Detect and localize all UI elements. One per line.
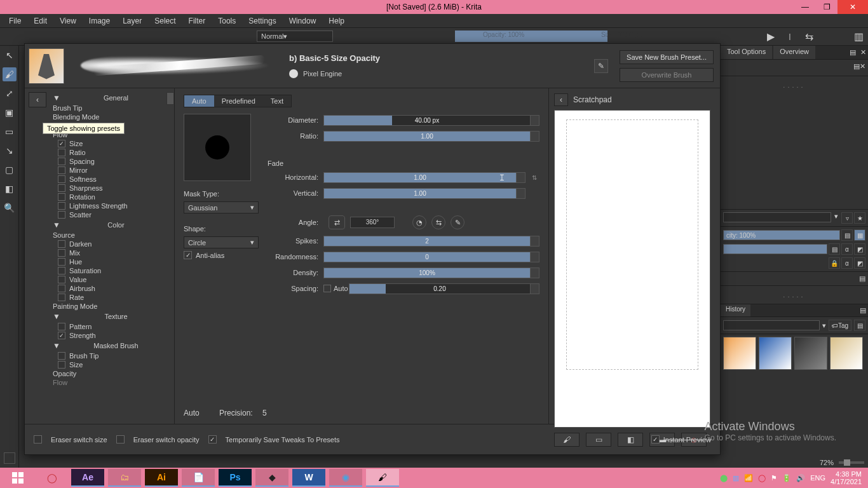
photoshop-icon[interactable]: Ps: [219, 469, 252, 487]
preset-combo[interactable]: [723, 212, 831, 222]
tray-opera-icon[interactable]: ◯: [758, 474, 766, 482]
word-icon[interactable]: W: [292, 469, 325, 487]
diameter-spinner[interactable]: [531, 115, 539, 126]
blend-mode-combo[interactable]: Normal▾: [257, 30, 333, 42]
tag-button[interactable]: 🏷 Tag: [829, 320, 851, 331]
play-icon[interactable]: ▶: [764, 29, 778, 43]
inkscape-icon[interactable]: ◆: [255, 469, 288, 487]
bookmark-icon[interactable]: ★: [854, 212, 865, 224]
tree-brush-tip[interactable]: Brush Tip: [50, 104, 174, 112]
opacity-slider[interactable]: [455, 30, 607, 42]
preset-thumb-1[interactable]: [723, 337, 756, 370]
docker-menu-icon[interactable]: ▤: [848, 46, 858, 59]
layer-row[interactable]: [723, 244, 827, 254]
lock-icon[interactable]: 🔒: [829, 257, 840, 269]
menu-window[interactable]: Window: [284, 15, 322, 27]
spikes-spinner[interactable]: [531, 236, 539, 247]
menu-settings[interactable]: Settings: [243, 15, 281, 27]
close-button[interactable]: ✕: [837, 0, 868, 14]
spacing-spinner[interactable]: [531, 283, 539, 294]
scratchpad-frame-icon[interactable]: ▭: [586, 433, 611, 447]
tab-tool-options[interactable]: Tool Options: [721, 46, 772, 59]
tree-mix[interactable]: Mix: [50, 248, 174, 257]
tree-ratio[interactable]: Ratio: [50, 148, 174, 157]
precision-auto-check[interactable]: Auto: [184, 409, 214, 417]
start-button[interactable]: [3, 469, 33, 487]
opacity-reset-icon[interactable]: ▤: [841, 229, 853, 241]
tree-scrollbar[interactable]: [166, 92, 174, 105]
tree-masked-flow[interactable]: Flow: [50, 378, 174, 387]
spikes-slider[interactable]: 2: [323, 236, 531, 247]
angle-input[interactable]: 360°: [350, 217, 395, 228]
tree-size[interactable]: ✓Size: [50, 139, 174, 148]
density-spinner[interactable]: [531, 268, 539, 278]
tab-history[interactable]: History: [721, 304, 750, 316]
tray-wifi-icon[interactable]: 📶: [744, 474, 753, 482]
scratchpad-canvas[interactable]: [554, 110, 710, 428]
zoom-tool-icon[interactable]: 🔍: [3, 201, 17, 215]
align-icon[interactable]: ⇆: [802, 29, 816, 43]
instant-preview-check[interactable]: ✓: [651, 435, 660, 444]
tree-softness[interactable]: Softness: [50, 175, 174, 184]
assist-tool-icon[interactable]: ◧: [3, 182, 17, 196]
angle-reset-icon[interactable]: ✎: [451, 215, 465, 229]
mirror-canvas-icon[interactable]: [4, 452, 15, 464]
tree-blending-mode[interactable]: Blending Mode: [50, 112, 174, 121]
vertical-spinner[interactable]: [517, 188, 526, 199]
docker-close-icon[interactable]: ✕: [858, 46, 868, 59]
minimize-button[interactable]: —: [794, 0, 816, 14]
rename-icon[interactable]: ✎: [594, 59, 608, 73]
menu-tools[interactable]: Tools: [213, 15, 241, 27]
layer-menu-icon[interactable]: ▤: [859, 274, 865, 283]
docker-close-icon-2[interactable]: ✕: [860, 62, 865, 73]
after-effects-icon[interactable]: Ae: [71, 469, 104, 487]
tree-rate[interactable]: Rate: [50, 293, 174, 302]
tree-spacing[interactable]: Spacing: [50, 157, 174, 166]
tree-saturation[interactable]: Saturation: [50, 266, 174, 275]
tab-auto[interactable]: Auto: [184, 95, 214, 107]
vertical-slider[interactable]: 1.00: [323, 188, 517, 199]
scratchpad-back-button[interactable]: ‹: [554, 93, 568, 106]
preset-thumb-4[interactable]: [830, 337, 863, 370]
eraser-opacity-check[interactable]: [116, 435, 125, 444]
menu-layer[interactable]: Layer: [118, 15, 147, 27]
opacity-state-icon[interactable]: ▦: [854, 229, 865, 241]
layer-vis-icon[interactable]: ▤: [829, 243, 840, 255]
layer-extra2-icon[interactable]: ◩: [854, 257, 865, 269]
temp-save-check[interactable]: ✓: [208, 435, 217, 444]
layer-opacity-slider[interactable]: city: 100%: [723, 230, 840, 240]
mask-type-combo[interactable]: Gaussian▾: [184, 201, 259, 214]
tree-airbrush[interactable]: Airbrush: [50, 284, 174, 293]
tree-pattern[interactable]: Pattern: [50, 322, 174, 331]
tray-battery-icon[interactable]: 🔋: [782, 474, 791, 482]
density-slider[interactable]: 100%: [323, 268, 531, 278]
tree-sharpness[interactable]: Sharpness: [50, 184, 174, 193]
precision-slider[interactable]: 5: [262, 409, 534, 417]
antialias-check[interactable]: ✓Anti-alias: [184, 251, 259, 259]
menu-help[interactable]: Help: [323, 15, 349, 27]
overwrite-brush-button[interactable]: Overwrite Brush: [620, 68, 714, 82]
fill-tool-icon[interactable]: ▭: [3, 125, 17, 139]
ratio-slider[interactable]: 1.00: [323, 131, 531, 142]
illustrator-icon[interactable]: Ai: [145, 469, 178, 487]
steam-icon[interactable]: ◉: [329, 469, 362, 487]
spacing-slider[interactable]: 0.20: [349, 283, 531, 294]
tree-masked-opacity[interactable]: Opacity: [50, 369, 174, 378]
tree-scatter[interactable]: Scatter: [50, 210, 174, 219]
transform-tool-icon[interactable]: ⤢: [3, 86, 17, 100]
fade-link-icon[interactable]: ⇅: [529, 174, 539, 181]
zoom-slider[interactable]: [839, 461, 864, 464]
angle-dial-icon[interactable]: ◔: [412, 215, 426, 229]
diameter-slider[interactable]: 40.00 px: [323, 115, 531, 126]
menu-select[interactable]: Select: [149, 15, 180, 27]
horizontal-slider[interactable]: 1.00: [323, 172, 517, 183]
options-tree[interactable]: ▼General Brush Tip Blending Mode Opacity…: [50, 88, 174, 424]
layer-extra-icon[interactable]: ◩: [854, 243, 865, 255]
menu-view[interactable]: View: [55, 15, 81, 27]
select-rect-tool-icon[interactable]: ▢: [3, 163, 17, 177]
tray-volume-icon[interactable]: 🔊: [796, 474, 805, 482]
tree-lightness[interactable]: Lightness Strength: [50, 201, 174, 210]
tray-monitor-icon[interactable]: ▥: [733, 474, 739, 482]
crop-tool-icon[interactable]: ▣: [3, 105, 17, 119]
tray-shield-icon[interactable]: ⬤: [720, 474, 728, 482]
